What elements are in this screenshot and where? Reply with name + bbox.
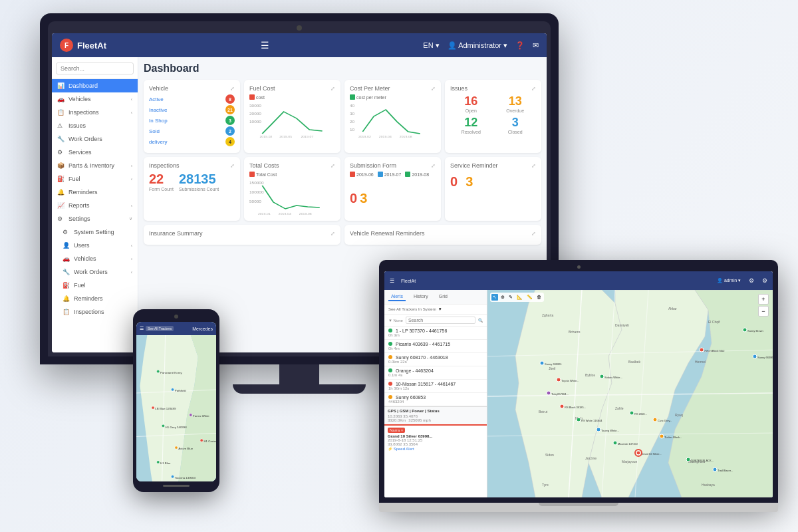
- svg-text:30000: 30000: [249, 104, 261, 108]
- vehicle-item-sold: Sold 2: [149, 126, 235, 136]
- submission-form-card: Submission Form ⤢ 2019-06 2019-07 2019-0…: [344, 157, 441, 221]
- inspections-card-title: Inspections ⤢: [149, 162, 235, 169]
- sidebar-item-settings[interactable]: ⚙Settings ∨: [52, 212, 138, 225]
- app-header-right: EN ▾ 👤 Administrator ▾ ❓ ✉: [423, 41, 539, 50]
- svg-text:2019-02: 2019-02: [358, 136, 371, 138]
- sidebar-item-workorders2[interactable]: 🔧Work Orders ‹: [52, 265, 138, 279]
- phone-home-indicator[interactable]: [163, 485, 190, 487]
- map-settings-icon[interactable]: ⚙: [762, 277, 767, 284]
- mail-icon[interactable]: ✉: [533, 41, 539, 50]
- help-icon[interactable]: ❓: [515, 41, 525, 50]
- map-tool-btn[interactable]: 📏: [525, 294, 534, 301]
- cost-per-meter-title: Cost Per Meter ⤢: [350, 85, 436, 92]
- sidebar-item-vehicles2[interactable]: 🚗Vehicles ‹: [52, 252, 138, 265]
- total-costs-title: Total Costs ⤢: [249, 162, 335, 169]
- vehicle-detail-panel: GPS | GSM | Power | Status 10.2063 35.40…: [384, 406, 487, 424]
- sidebar-item-dashboard[interactable]: 📊Dashboard: [52, 79, 138, 92]
- svg-text:Akkar: Akkar: [668, 307, 677, 311]
- svg-text:Bcharre: Bcharre: [569, 330, 581, 334]
- map-tab-grid[interactable]: Grid: [436, 293, 450, 301]
- sidebar-item-reminders2[interactable]: 🔔Reminders: [52, 292, 138, 305]
- svg-text:Maserati 137150: Maserati 137150: [618, 442, 638, 446]
- svg-text:Active Blue: Active Blue: [178, 447, 193, 450]
- map-share-icon[interactable]: ⚙: [749, 277, 754, 284]
- svg-text:Marjayoun: Marjayoun: [622, 460, 638, 464]
- svg-point-67: [653, 418, 657, 422]
- zoom-out-button[interactable]: −: [758, 306, 769, 317]
- sidebar-item-parts[interactable]: 📦Parts & Inventory ‹: [52, 159, 138, 172]
- svg-text:Sunny 660861: Sunny 660861: [545, 362, 563, 366]
- svg-text:Civic Grey...: Civic Grey...: [658, 419, 672, 422]
- map-search-bar: ▼ None 🔍: [384, 315, 487, 327]
- map-tool-btn[interactable]: ✎: [507, 294, 514, 301]
- vehicle-list: 1 - LP 307370 - 4461756 0h 3m Picanto 40…: [384, 327, 487, 406]
- map-tool-btn[interactable]: 📐: [515, 294, 524, 301]
- fuel-expand-icon[interactable]: ⤢: [331, 86, 335, 92]
- sidebar-item-work-orders[interactable]: 🔧Work Orders: [52, 132, 138, 146]
- filter-dropdown[interactable]: ▾: [439, 307, 442, 312]
- list-item[interactable]: Orange - 4463204 0.1m 4s: [384, 366, 487, 380]
- submissions-count: 28135: [179, 172, 219, 187]
- svg-text:Trail Blazer...: Trail Blazer...: [718, 469, 733, 472]
- map-tool-btn[interactable]: ↖: [491, 294, 498, 301]
- map-tab-history[interactable]: History: [411, 293, 431, 301]
- issues-card-title: Issues ⤢: [450, 85, 536, 92]
- svg-text:Jbeil: Jbeil: [549, 366, 555, 370]
- language-selector[interactable]: EN ▾: [423, 41, 439, 50]
- svg-text:Sunny 660861: Sunny 660861: [757, 356, 773, 359]
- svg-text:RS Black 36185...: RS Black 36185...: [565, 406, 586, 409]
- total-costs-card: Total Costs ⤢ Total Cost 150000: [244, 157, 340, 221]
- service-reminder-card: Service Reminder ⤢ 0 3: [445, 157, 541, 221]
- cpm-expand-icon[interactable]: ⤢: [431, 86, 436, 92]
- svg-text:30: 30: [350, 112, 354, 116]
- sidebar-item-fuel2[interactable]: ⛽Fuel: [52, 279, 138, 292]
- sidebar-item-vehicles[interactable]: 🚗Vehicles ‹: [52, 92, 138, 106]
- svg-text:Byblos: Byblos: [585, 373, 596, 377]
- sidebar-item-reminders[interactable]: 🔔Reminders: [52, 186, 138, 199]
- list-item[interactable]: 10-Nissan 315617 - 4461467 1h 30m 12s: [384, 380, 487, 393]
- search-input[interactable]: [56, 63, 134, 74]
- laptop-screen-wrap: ☰ FleetAt 👤 admin ▾ ⚙ ⚙ Alerts History: [379, 260, 778, 503]
- zoom-in-button[interactable]: +: [758, 294, 769, 305]
- list-item[interactable]: Sunny 608170 - 4463018 0.0km 22s: [384, 353, 487, 366]
- svg-text:Hermel: Hermel: [695, 360, 706, 364]
- sidebar-item-fuel[interactable]: ⛽Fuel ‹: [52, 172, 138, 186]
- svg-text:Hasbaya: Hasbaya: [702, 483, 715, 487]
- sidebar-item-users[interactable]: 👤Users ‹: [52, 239, 138, 252]
- map-tool-btn[interactable]: 🗑: [535, 294, 543, 301]
- active-badge: 8: [225, 94, 235, 104]
- svg-text:2019-04: 2019-04: [379, 136, 392, 138]
- sidebar-item-inspections2[interactable]: 📋Inspections: [52, 305, 138, 319]
- sidebar-item-reports[interactable]: 📈Reports ‹: [52, 199, 138, 212]
- hamburger-icon[interactable]: ☰: [261, 40, 269, 51]
- list-item[interactable]: Sunny 660853 4463204: [384, 393, 487, 406]
- map-search-icon[interactable]: 🔍: [478, 318, 483, 323]
- inactive-badge: 21: [225, 105, 235, 114]
- map-tool-btn[interactable]: ⊕: [499, 294, 506, 301]
- total-costs-chart: 150000 100000 50000 2019-01 2019-04 2019…: [249, 179, 335, 215]
- svg-text:20: 20: [350, 120, 354, 124]
- fuel-cost-title: Fuel Cost ⤢: [249, 85, 335, 92]
- phone-tracker-btn[interactable]: See All Trackers: [146, 326, 174, 331]
- sidebar-item-services[interactable]: ⚙Services: [52, 146, 138, 159]
- expand-icon[interactable]: ⤢: [230, 86, 235, 92]
- svg-text:Tyre: Tyre: [542, 483, 549, 487]
- fuel-cost-card: Fuel Cost ⤢ cost 30000: [244, 80, 340, 153]
- list-item[interactable]: 1 - LP 307370 - 4461756 0h 3m: [384, 327, 487, 340]
- sidebar-item-issues[interactable]: ⚠Issues: [52, 119, 138, 132]
- list-item[interactable]: Picanto 403639 - 4461715 0h 4m: [384, 340, 487, 353]
- map-search-input[interactable]: [406, 317, 475, 324]
- sidebar-item-inspections[interactable]: 📋Inspections ‹: [52, 106, 138, 119]
- user-menu[interactable]: 👤 Administrator ▾: [448, 41, 507, 50]
- map-app: ☰ FleetAt 👤 admin ▾ ⚙ ⚙ Alerts History: [384, 271, 773, 497]
- map-tab-alerts[interactable]: Alerts: [388, 293, 406, 301]
- svg-point-96: [171, 475, 174, 478]
- sidebar-item-system-setting[interactable]: ⚙System Setting: [52, 225, 138, 239]
- total-costs-legend: Total Cost: [249, 172, 335, 177]
- issues-expand-icon[interactable]: ⤢: [531, 86, 536, 92]
- map-hamburger[interactable]: ☰: [390, 278, 394, 284]
- svg-point-53: [636, 451, 640, 455]
- phone-map: ☰ See All Trackers Mercedes: [136, 322, 216, 481]
- svg-text:2019-07: 2019-07: [301, 136, 313, 138]
- svg-point-88: [152, 406, 154, 409]
